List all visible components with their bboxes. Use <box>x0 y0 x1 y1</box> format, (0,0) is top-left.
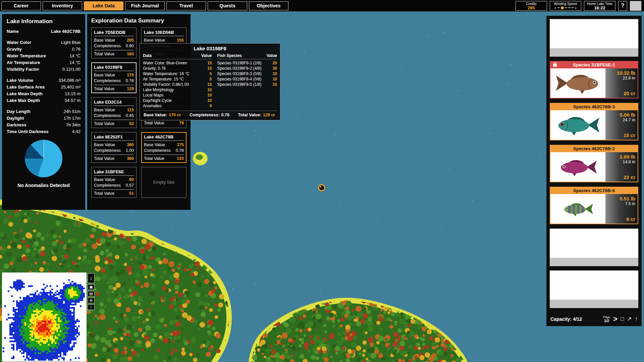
winding-speed-step[interactable] <box>568 7 571 8</box>
minimap-center-button[interactable]: ⊕ <box>88 298 95 303</box>
winding-speed-step[interactable] <box>565 7 567 8</box>
scroll-up-icon[interactable]: ↑ <box>635 316 638 322</box>
fish-slot-species-31bfe6e-1[interactable]: Species 31BFE6E-110.32 lb22.8 in20 cr <box>550 61 638 99</box>
minimap-alert-button[interactable]: ! <box>88 304 95 310</box>
minimap-scroll-button[interactable]: ↕ <box>88 273 95 283</box>
fish-slot-empty[interactable] <box>550 270 638 308</box>
expand-panel-icon[interactable]: ↗ <box>627 316 632 322</box>
credits-display: Credits 295 <box>516 1 547 11</box>
winding-speed-increase-icon[interactable]: ► <box>575 6 577 10</box>
page-value: 1/2 <box>604 319 609 323</box>
tooltip-data-row: Local Maps10 <box>143 93 212 98</box>
total-value-label: Total Value <box>94 191 114 196</box>
fish-image-area <box>550 152 605 182</box>
exploration-base-value-row: Base Value90 <box>94 177 134 183</box>
tab-quests[interactable]: Quests <box>208 1 247 10</box>
tab-inventory[interactable]: Inventory <box>43 1 82 10</box>
tab-career[interactable]: Career <box>1 1 41 10</box>
exploration-card[interactable]: Lake 03198F8Base Value170Completeness0.7… <box>91 62 137 93</box>
lake-info-row: Lake Surface Area25,402 m² <box>7 84 80 90</box>
fish-weight: 5.06 lb <box>620 112 635 118</box>
topbar-right: Credits 295 Winding Speed ◄ ► Home Lake … <box>516 1 643 11</box>
fish-slot-empty[interactable] <box>550 19 638 57</box>
tooltip-species-row-label: Species 03198F8-2 (4/8) <box>217 66 261 71</box>
fish-slot-species-462c78b-3[interactable]: Species 462C78B-35.06 lb24.7 in15 cr <box>550 103 638 140</box>
minimap-layers-button[interactable]: ▤ <box>88 291 95 297</box>
total-value: 52 <box>129 121 134 127</box>
lake-info-value: 334,086 m³ <box>58 77 80 84</box>
fish-slot-species-462c78b-2[interactable]: Species 462C78B-22.69 lb14.8 in22 cr <box>550 145 638 182</box>
exploration-card[interactable]: Lake ED2C14Base Value115Completeness0.45… <box>91 97 137 128</box>
exploration-card[interactable]: Lake 7D5EDDBBase Value205Completeness0.9… <box>91 27 137 58</box>
settings-button[interactable] <box>630 1 641 11</box>
base-value-label: Base Value <box>94 38 115 43</box>
lake-info-value: 7h 34m <box>66 122 80 128</box>
home-lake-time-display: Home Lake Time 16:22 <box>584 1 615 11</box>
tab-lake-data[interactable]: Lake Data <box>84 1 123 10</box>
fish-slot-species-462c78b-6[interactable]: Species 462C78B-60.51 lb7.5 in9 cr <box>550 187 638 224</box>
grid-view-icon[interactable]: □ <box>621 316 624 322</box>
fish-slot-empty[interactable] <box>550 229 638 266</box>
total-value: 129 <box>127 86 134 92</box>
exploration-total-value-row: Total Value360 <box>94 155 134 162</box>
completeness-value-label: Completeness <box>144 148 171 154</box>
completeness-value-label: Completeness <box>94 183 121 188</box>
total-value-label: Total Value <box>94 86 114 92</box>
tooltip-data-row-label: Anomalies <box>143 103 162 109</box>
lake-detail-tooltip: Lake 03198F8 Data Value Water Color: Blu… <box>140 43 280 120</box>
tooltip-data-row-label: Air Temperature: 15 °C <box>143 76 184 82</box>
tooltip-data-row: Gravity: 0.7815 <box>143 66 212 71</box>
exploration-base-value-row: Base Value175 <box>144 142 184 148</box>
lake-info-value: 4:42 <box>72 128 80 135</box>
total-value: 184 <box>127 51 134 57</box>
exploration-card-title: Lake 8E252F1 <box>94 134 134 141</box>
winding-speed-step[interactable] <box>561 6 564 9</box>
winding-speed-steps[interactable] <box>557 6 574 9</box>
tooltip-data-row-value: 15 <box>207 60 212 66</box>
lake-info-label: Time Until Darkness <box>7 128 49 135</box>
lake-info-row: Visibility Factor0.12/1.00 <box>7 66 80 73</box>
lake-info-value: 17h 17m <box>63 115 80 122</box>
base-value: 155 <box>177 38 184 43</box>
minimap-mode-button[interactable]: ▣ <box>88 284 95 290</box>
exploration-empty-slot[interactable]: Empty Slot <box>141 167 186 198</box>
fish-slot-header: Species 31BFE6E-1 <box>550 62 638 68</box>
exploration-card[interactable]: Lake 8E252F1Base Value360Completeness1.0… <box>91 132 137 163</box>
lake-info-row: Lake Volume334,086 m³ <box>7 77 80 84</box>
winding-speed-track[interactable]: ◄ ► <box>553 6 578 10</box>
tooltip-species-row-value: 20 <box>273 60 277 66</box>
completeness-value: 0.57 <box>126 183 134 188</box>
exploration-total-value-row: Total Value51 <box>94 189 134 196</box>
total-value: 51 <box>129 191 134 196</box>
fish-price: 22 cr <box>624 174 635 180</box>
tooltip-data-row-value: 0 <box>210 103 212 109</box>
fish-price: 9 cr <box>626 216 635 222</box>
topbar-tabs: CareerInventoryLake DataFish JournalTrav… <box>1 1 288 10</box>
tab-objectives[interactable]: Objectives <box>249 1 288 10</box>
exploration-completeness-value-row: Completeness0.45 <box>94 113 134 119</box>
lake-info-row: Day Length24h 51m <box>7 108 80 115</box>
tooltip-species-row-value: 10 <box>273 71 277 76</box>
winding-speed-step[interactable] <box>572 7 574 8</box>
anomalies-status: No Anomalies Detected <box>7 183 80 188</box>
tab-travel[interactable]: Travel <box>166 1 206 10</box>
winding-speed-decrease-icon[interactable]: ◄ <box>554 6 556 10</box>
base-value-label: Base Value <box>94 177 115 183</box>
exploration-completeness-value-row: Completeness0.76 <box>94 78 134 84</box>
fish-length: 22.8 in <box>617 76 635 81</box>
help-button[interactable]: ? <box>618 1 627 11</box>
day-night-pie-chart <box>25 140 62 177</box>
exploration-card[interactable]: Lake 462C78BBase Value175Completeness0.7… <box>141 132 186 163</box>
next-page-button[interactable]: > <box>613 315 618 323</box>
base-value-label: Base Value <box>94 72 115 78</box>
credits-label: Credits <box>519 2 544 6</box>
tab-fish-journal[interactable]: Fish Journal <box>125 1 165 10</box>
tooltip-data-row-value: 5 <box>210 76 212 82</box>
total-value-label: Total Value <box>144 156 164 162</box>
winding-speed-step[interactable] <box>557 7 560 8</box>
lake-info-row: Air Temperature14 °C <box>7 59 80 66</box>
tooltip-base-value: Base Value:170 cr <box>144 113 181 117</box>
exploration-card[interactable]: Lake 31BFE6EBase Value90Completeness0.57… <box>91 167 137 198</box>
winding-speed-control[interactable]: Winding Speed ◄ ► <box>550 1 581 11</box>
tooltip-data-row: Water Temperature: 16 °C5 <box>143 71 212 76</box>
